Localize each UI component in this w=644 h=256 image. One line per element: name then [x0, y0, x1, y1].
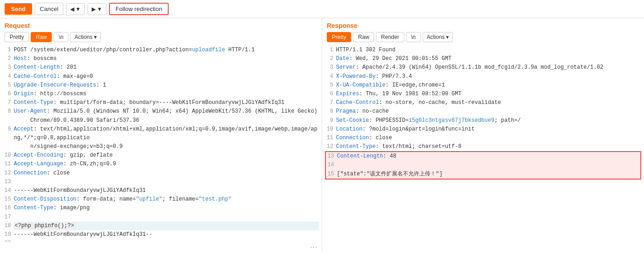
- request-title: Request: [5, 22, 317, 29]
- req-line-3: 3 Content-Length: 201: [3, 63, 319, 72]
- send-button[interactable]: Send: [5, 3, 32, 15]
- response-tab-raw[interactable]: Raw: [353, 32, 374, 42]
- response-tab-actions[interactable]: Actions ▾: [423, 32, 453, 42]
- req-line-19: 19 ------WebKitFormBoundaryvwjLJGiYAdfkI…: [3, 230, 319, 239]
- req-line-15: 15 Content-Disposition: form-data; name=…: [3, 195, 319, 204]
- req-line-18: 18 <?php phpinfo();?>: [3, 222, 319, 230]
- chevron-left-icon: ◀: [70, 6, 74, 12]
- req-line-2: 2 Host: bosscms: [3, 54, 319, 63]
- request-panel: Request Pretty Raw \n Actions ▾ 1 POST /…: [0, 18, 322, 252]
- nav-forward[interactable]: ▶ ▼: [88, 3, 106, 15]
- res-line-15: 15 ["state":"该文件扩展名不允许上传！"]: [325, 170, 641, 180]
- req-line-1: 1 POST /system/extend/ueditor/php/contro…: [3, 46, 319, 54]
- req-more-options[interactable]: ⋯: [0, 242, 322, 252]
- response-title: Response: [327, 22, 639, 29]
- req-line-10: 10 Accept-Encoding: gzip, deflate: [3, 151, 319, 160]
- req-line-9: 9 Accept: text/html,application/xhtml+xm…: [3, 125, 319, 152]
- req-line-12: 12 Connection: close: [3, 169, 319, 178]
- req-line-6: 6 Origin: http://bosscms: [3, 90, 319, 98]
- request-tab-pretty[interactable]: Pretty: [5, 32, 29, 42]
- req-line-8: 8 User-Agent: Mozilla/5.0 (Windows NT 10…: [3, 107, 319, 125]
- res-line-13: 13 Content-Length: 48: [325, 151, 641, 161]
- req-line-13: 13: [3, 178, 319, 186]
- res-line-9: 9 Set-Cookie: PHPSESSID=i5g0lc3ntgasv87j…: [325, 116, 641, 125]
- response-header: Response Pretty Raw Render \n Actions ▾: [322, 18, 644, 44]
- res-line-11: 11 Connection: close: [325, 134, 641, 142]
- response-tab-newline[interactable]: \n: [406, 32, 421, 42]
- request-code-area: 1 POST /system/extend/ueditor/php/contro…: [0, 44, 322, 242]
- req-line-5: 5 Upgrade-Insecure-Requests: 1: [3, 81, 319, 90]
- request-tab-newline[interactable]: \n: [54, 32, 68, 42]
- response-tab-pretty[interactable]: Pretty: [327, 32, 351, 42]
- res-line-3: 3 Server: Apache/2.4.39 (Win64) OpenSSL/…: [325, 63, 641, 72]
- chevron-down-icon: ▼: [75, 6, 81, 12]
- request-tab-actions[interactable]: Actions ▾: [70, 32, 101, 42]
- res-line-12: 12 Content-Type: text/html; charset=utf-…: [325, 142, 641, 151]
- req-line-11: 11 Accept-Language: zh-CN,zh;q=0.9: [3, 160, 319, 169]
- res-line-10: 10 Location: ?mold=login&part=login&func…: [325, 125, 641, 134]
- req-line-4: 4 Cache-Control: max-age=0: [3, 72, 319, 81]
- req-line-14: 14 ------WebKitFormBoundaryvwjLJGiYAdfkI…: [3, 186, 319, 195]
- main-content: Request Pretty Raw \n Actions ▾ 1 POST /…: [0, 18, 644, 252]
- nav-back-forward[interactable]: ◀ ▼: [66, 3, 85, 15]
- cancel-button[interactable]: Cancel: [35, 3, 63, 15]
- res-line-8: 8 Pragma: no-cache: [325, 107, 641, 116]
- res-line-14: 14: [325, 161, 641, 169]
- request-tab-bar: Pretty Raw \n Actions ▾: [5, 32, 317, 42]
- res-line-1: 1 HTTP/1.1 302 Found: [325, 46, 641, 54]
- response-tab-bar: Pretty Raw Render \n Actions ▾: [327, 32, 639, 42]
- follow-redirect-button[interactable]: Follow redirection: [109, 3, 169, 15]
- req-line-7: 7 Content-Type: multipart/form-data; bou…: [3, 98, 319, 107]
- res-line-4: 4 X-Powered-By: PHP/7.3.4: [325, 72, 641, 81]
- request-tab-raw[interactable]: Raw: [31, 32, 52, 42]
- response-panel: Response Pretty Raw Render \n Actions ▾ …: [322, 18, 644, 252]
- res-line-7: 7 Cache-Control: no-store, no-cache, mus…: [325, 98, 641, 107]
- chevron-down-icon2: ▼: [97, 6, 102, 12]
- response-tab-render[interactable]: Render: [376, 32, 404, 42]
- res-line-5: 5 X-UA-Compatible: IE=edge,chrome=1: [325, 81, 641, 90]
- req-line-16: 16 Content-Type: image/png: [3, 204, 319, 212]
- response-code-area: 1 HTTP/1.1 302 Found 2 Date: Wed, 29 Dec…: [322, 44, 644, 252]
- chevron-right-icon: ▶: [92, 6, 96, 12]
- res-line-2: 2 Date: Wed, 29 Dec 2021 00:01:55 GMT: [325, 54, 641, 63]
- res-line-6: 6 Expires: Thu, 19 Nov 1981 08:52:00 GMT: [325, 90, 641, 98]
- toolbar: Send Cancel ◀ ▼ ▶ ▼ Follow redirection: [0, 0, 644, 18]
- request-header: Request Pretty Raw \n Actions ▾: [0, 18, 322, 44]
- req-line-17: 17: [3, 213, 319, 222]
